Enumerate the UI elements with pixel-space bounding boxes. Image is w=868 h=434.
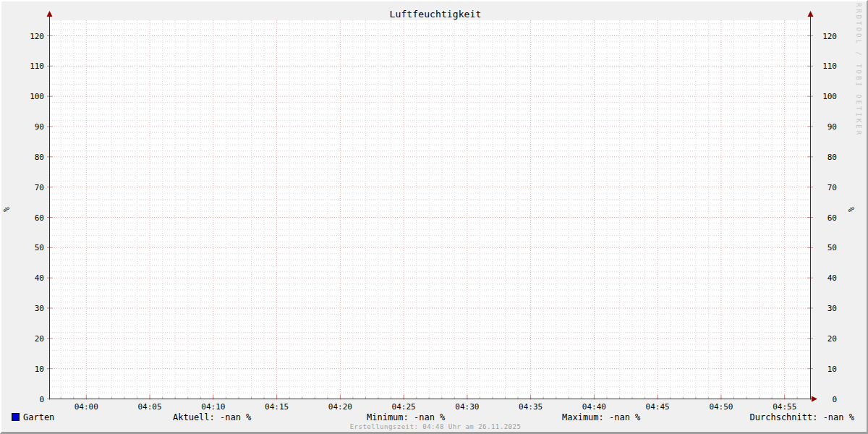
stat-aktuell-value: -nan % [220, 412, 251, 422]
stat-minimum-value: -nan % [414, 412, 445, 422]
rrdtool-watermark: RRDTOOL / TOBI OETIKER [855, 3, 862, 408]
stat-durchschnitt-label: Durchschnitt: [750, 412, 818, 422]
y-axis-tick-label-right: 100 [822, 92, 837, 101]
y-axis-tick-label-right: 90 [827, 122, 837, 132]
y-axis-tick-label-right: 120 [822, 32, 837, 41]
x-axis-tick-label: 04:50 [709, 402, 733, 412]
x-axis-tick-label: 04:00 [75, 402, 98, 412]
stat-aktuell-label: Aktuell: [173, 412, 215, 422]
x-axis-tick-label: 04:55 [773, 402, 796, 412]
y-axis-tick-label-left: 50 [35, 243, 44, 252]
y-axis-tick-label-left: 0 [39, 395, 44, 404]
y-axis-tick-label-right: 0 [832, 395, 837, 404]
y-axis-tick-label-right: 70 [827, 183, 837, 192]
stat-maximum: Maximum:-nan % [562, 413, 640, 422]
y-axis-unit-left: % [2, 207, 10, 212]
y-axis-tick-label-right: 30 [827, 304, 837, 313]
stat-minimum: Minimum:-nan % [367, 413, 445, 422]
y-axis-tick-label-right: 110 [822, 61, 837, 71]
y-axis-tick-label-right: 60 [827, 213, 837, 223]
stat-durchschnitt-value: -nan % [823, 412, 854, 422]
y-axis-tick-label-right: 50 [827, 243, 837, 252]
x-axis-tick-label: 04:20 [328, 402, 352, 412]
plot-area: 0010102020303040405050606070708080909010… [1, 1, 868, 434]
x-axis-tick-label: 04:15 [265, 402, 289, 412]
rrd-graph-image: 0010102020303040405050606070708080909010… [0, 0, 868, 434]
y-axis-tick-label-left: 80 [35, 153, 44, 162]
y-axis-unit-right: % [847, 207, 855, 212]
x-axis-tick-label: 04:40 [582, 402, 606, 412]
y-axis-tick-label-left: 60 [35, 213, 44, 223]
y-axis-tick-label-left: 30 [35, 304, 44, 313]
y-axis-tick-label-right: 20 [827, 334, 837, 344]
stat-minimum-label: Minimum: [367, 412, 409, 422]
stat-maximum-value: -nan % [609, 412, 640, 422]
x-axis-tick-label: 04:45 [646, 402, 670, 412]
y-axis-tick-label-left: 90 [35, 122, 44, 132]
x-axis-tick-label: 04:30 [455, 402, 479, 412]
chart-title: Luftfeuchtigkeit [1, 9, 868, 20]
x-axis-tick-label: 04:35 [519, 402, 542, 412]
chart-canvas [50, 20, 810, 399]
x-axis-arrow [812, 396, 817, 402]
stat-durchschnitt: Durchschnitt:-nan % [750, 413, 854, 422]
y-axis-tick-label-right: 80 [827, 153, 837, 162]
stat-aktuell: Aktuell:-nan % [173, 413, 251, 422]
x-axis-tick-label: 04:25 [392, 402, 416, 412]
y-axis-tick-label-left: 10 [35, 365, 44, 374]
x-axis-tick-label: 04:10 [201, 402, 225, 412]
y-axis-tick-label-left: 100 [30, 92, 44, 101]
y-axis-tick-label-left: 120 [30, 32, 44, 41]
y-axis-tick-label-left: 110 [30, 61, 44, 71]
legend-swatch-garten [12, 413, 20, 421]
y-axis-tick-label-right: 40 [827, 273, 837, 283]
y-axis-tick-label-right: 10 [827, 365, 837, 374]
creation-timestamp: Erstellungszeit: 04:48 Uhr am 26.11.2025 [1, 423, 868, 430]
y-axis-tick-label-left: 20 [35, 334, 44, 344]
y-axis-tick-label-left: 40 [35, 273, 44, 283]
stat-maximum-label: Maximum: [562, 412, 604, 422]
x-axis-tick-label: 04:05 [138, 402, 162, 412]
y-axis-tick-label-left: 70 [35, 183, 44, 192]
legend-label-garten: Garten [23, 413, 54, 422]
